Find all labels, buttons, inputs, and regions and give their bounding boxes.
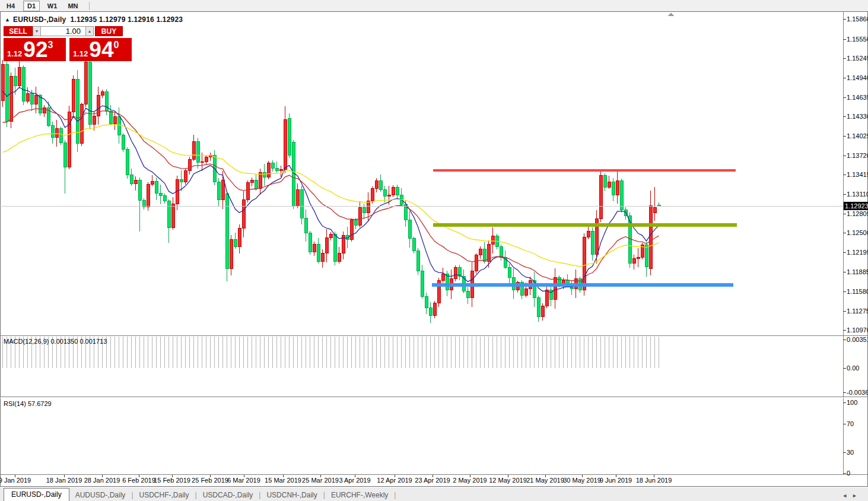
candle-body	[466, 291, 469, 298]
candle-body	[412, 239, 415, 251]
candle-body	[234, 239, 237, 247]
timeframe-button-d1[interactable]: D1	[23, 1, 40, 11]
resistance-level-line[interactable]	[433, 169, 736, 172]
candle-body	[421, 271, 424, 297]
candle-body	[279, 169, 282, 170]
tab-audusd-daily[interactable]: AUDUSD-,Daily	[69, 489, 132, 501]
chart-canvas[interactable]	[0, 0, 868, 501]
price-axis-label: 1.15245	[847, 55, 868, 62]
candle-body	[34, 96, 37, 104]
candle-body	[288, 118, 291, 155]
tab-usdcnh-daily[interactable]: USDCNH-,Daily	[260, 489, 323, 501]
timeframe-button-h4[interactable]: H4	[2, 1, 19, 11]
candle-body	[358, 207, 361, 225]
candle-body	[425, 296, 428, 307]
price-axis-label: 1.11885	[847, 268, 868, 275]
price-axis-label: 1.11580	[847, 288, 868, 295]
scroll-right-icon[interactable]: ►	[852, 493, 862, 499]
candle-body	[72, 79, 75, 112]
date-axis-label: 30 May 2019	[563, 477, 601, 484]
support-level-line[interactable]	[432, 283, 733, 287]
date-axis-label: 12 May 2019	[489, 477, 527, 484]
candle-body	[350, 220, 353, 239]
candle-body	[159, 194, 162, 195]
timeframe-button-w1[interactable]: W1	[44, 1, 61, 11]
candle-body	[416, 251, 419, 271]
price-axis-label: 1.13110	[847, 191, 868, 198]
candle-body	[192, 141, 195, 159]
candle-body	[180, 179, 183, 182]
candle-body	[147, 185, 150, 207]
candle-body	[205, 157, 208, 161]
price-axis-label: 1.14025	[847, 132, 868, 139]
candle-body	[554, 277, 557, 299]
timeframe-toolbar: H4 D1 W1 MN	[0, 0, 868, 11]
bid-price-box[interactable]: 1.12 92 3	[4, 38, 66, 61]
candle-body	[259, 173, 262, 189]
tab-eurchf-weekly[interactable]: EURCHF-,Weekly	[325, 489, 394, 501]
date-axis-label: 9 Jan 2019	[0, 477, 31, 484]
candle-body	[250, 180, 253, 182]
price-axis-label: 1.13415	[847, 171, 868, 178]
volume-input[interactable]: 1.00	[41, 26, 85, 36]
candle-body	[446, 274, 449, 290]
candle-body	[155, 182, 158, 194]
candle-body	[101, 91, 104, 95]
macd-axis-label: -0.00367	[847, 389, 868, 396]
scroll-left-icon[interactable]: ◄	[842, 493, 852, 499]
candle-body	[171, 204, 174, 228]
candle-body	[653, 207, 656, 213]
tab-usdcad-daily[interactable]: USDCAD-,Daily	[197, 489, 259, 501]
volume-decrease-button[interactable]: ▼	[33, 26, 41, 36]
candle-body	[383, 189, 386, 196]
candle-body	[608, 182, 611, 188]
price-axis-label: 1.14330	[847, 113, 868, 120]
sell-button[interactable]: SELL	[4, 26, 33, 36]
candle-body	[76, 79, 79, 143]
collapse-arrow-icon[interactable]: ▲	[5, 17, 10, 23]
candle-body	[304, 218, 307, 233]
rsi-axis-label: 70	[847, 420, 854, 427]
candle-body	[441, 274, 444, 281]
candle-body	[599, 176, 602, 219]
mid-level-level-line[interactable]	[433, 223, 737, 227]
tab-usdchf-daily[interactable]: USDCHF-,Daily	[133, 489, 195, 501]
buy-button[interactable]: BUY	[95, 26, 123, 36]
chart-title: ▲EURUSD-,Daily 1.12935 1.12979 1.12916 1…	[5, 15, 183, 24]
candle-body	[109, 112, 112, 123]
chevron-down-icon: ▼	[35, 29, 39, 33]
candle-body	[84, 62, 87, 104]
candle-body	[603, 176, 606, 187]
candle-body	[371, 188, 374, 201]
rsi-label: RSI(14) 57.6729	[4, 400, 52, 407]
candle-body	[196, 141, 199, 162]
ask-big-digits: 94	[89, 38, 113, 61]
candle-body	[14, 77, 17, 86]
candle-body	[379, 180, 382, 189]
candle-body	[138, 180, 141, 200]
candle-body	[184, 170, 187, 182]
candle-body	[367, 201, 370, 213]
ask-price-box[interactable]: 1.12 94 0	[69, 38, 132, 61]
date-axis-label: 23 Apr 2019	[415, 477, 450, 484]
price-axis-label: 1.12805	[847, 210, 868, 217]
candle-body	[122, 135, 125, 150]
candle-body	[524, 289, 527, 296]
candle-body	[475, 255, 478, 271]
candle-body	[51, 125, 54, 137]
price-axis-label: 1.11275	[847, 307, 868, 315]
candle-body	[408, 220, 411, 239]
volume-increase-button[interactable]: ▲	[85, 26, 94, 36]
candle-body	[649, 205, 652, 268]
candle-body	[541, 306, 544, 317]
timeframe-button-mn[interactable]: MN	[65, 1, 81, 11]
tab-eurusd-daily[interactable]: EURUSD-,Daily	[4, 488, 69, 501]
candle-body	[167, 201, 170, 228]
ask-prefix: 1.12	[73, 49, 88, 58]
date-axis-label: 21 May 2019	[526, 477, 564, 484]
candle-body	[616, 180, 619, 195]
date-axis-label: 15 Mar 2019	[265, 477, 301, 484]
tab-scroll-arrows: ◄►	[842, 493, 862, 501]
candle-body	[68, 112, 71, 167]
candle-body	[275, 168, 278, 170]
